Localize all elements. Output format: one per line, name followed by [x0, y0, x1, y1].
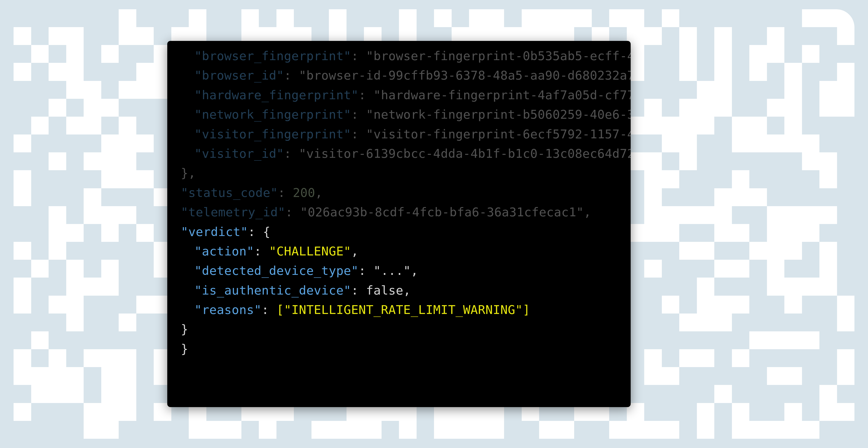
json-colon: : [359, 88, 373, 102]
line-visitor-fingerprint: "visitor_fingerprint": "visitor-fingerpr… [167, 125, 631, 144]
line-reasons: "reasons": ["INTELLIGENT_RATE_LIMIT_WARN… [167, 300, 631, 320]
json-key: "visitor_id" [194, 147, 284, 161]
json-value: "hardware-fingerprint-4af7a05d-cf77-4f [373, 88, 631, 102]
json-key: "reasons" [194, 303, 261, 317]
json-comma: , [411, 263, 418, 278]
line-browser-id: "browser_id": "browser-id-99cffb93-6378-… [167, 66, 631, 85]
json-colon: : [254, 244, 269, 258]
json-colon: : [261, 303, 276, 317]
json-value: ["INTELLIGENT_RATE_LIMIT_WARNING"] [276, 303, 530, 317]
json-key: "is_authentic_device" [194, 283, 351, 297]
json-value: "browser-id-99cffb93-6378-48a5-aa90-d680… [299, 68, 631, 83]
line-status-code: "status_code": 200, [167, 183, 631, 202]
json-comma: , [351, 244, 359, 258]
json-value: "visitor-fingerprint-6ecf5792-1157-41ad [366, 127, 631, 141]
json-colon: : [278, 186, 293, 200]
json-key: "visitor_fingerprint" [194, 127, 351, 141]
line-action: "action": "CHALLENGE", [167, 242, 631, 261]
pixel-container: "browser_fingerprint": "browser-fingerpr… [13, 9, 855, 439]
json-value: 200 [293, 186, 315, 200]
json-colon: : [359, 263, 373, 278]
json-key: "hardware_fingerprint" [194, 88, 359, 102]
code-panel: "browser_fingerprint": "browser-fingerpr… [167, 41, 631, 407]
json-colon: : [351, 49, 366, 63]
json-key: "verdict" [181, 225, 248, 239]
json-value: "network-fingerprint-b5060259-40e6-3f29 [366, 107, 631, 122]
json-value: "browser-fingerprint-0b535ab5-ecff-4bc9 [366, 49, 631, 63]
json-brace: { [263, 225, 270, 239]
json-colon: : [248, 225, 263, 239]
json-key: "status_code" [181, 186, 278, 200]
json-brace: } [181, 322, 188, 337]
json-value: "026ac93b-8cdf-4fcb-bfa6-36a31cfecac1" [300, 205, 584, 219]
json-brace: }, [181, 166, 196, 180]
json-value: false [366, 283, 403, 297]
json-value: "CHALLENGE" [269, 244, 351, 258]
json-colon: : [351, 127, 366, 141]
json-key: "browser_fingerprint" [194, 49, 351, 63]
line-network-fingerprint: "network_fingerprint": "network-fingerpr… [167, 105, 631, 124]
line-visitor-id: "visitor_id": "visitor-6139cbcc-4dda-4b1… [167, 144, 631, 163]
line-verdict-close: } [167, 320, 631, 339]
json-value: "visitor-6139cbcc-4dda-4b1f-b1c0-13c08ec… [299, 147, 631, 161]
json-comma: , [584, 205, 591, 219]
json-key: "action" [194, 244, 254, 258]
json-comma: , [403, 283, 411, 297]
line-verdict: "verdict": { [167, 222, 631, 242]
json-key: "browser_id" [194, 68, 284, 83]
line-is-authentic-device: "is_authentic_device": false, [167, 281, 631, 300]
json-key: "network_fingerprint" [194, 107, 351, 122]
json-value: "..." [373, 263, 411, 278]
json-key: "telemetry_id" [181, 205, 285, 219]
line-close-brace: }, [167, 163, 631, 183]
json-colon: : [285, 205, 300, 219]
json-colon: : [351, 107, 366, 122]
line-root-close: } [167, 339, 631, 359]
json-key: "detected_device_type" [194, 263, 359, 278]
json-brace: } [181, 342, 188, 356]
line-telemetry-id: "telemetry_id": "026ac93b-8cdf-4fcb-bfa6… [167, 202, 631, 222]
json-colon: : [284, 68, 299, 83]
line-hardware-fingerprint: "hardware_fingerprint": "hardware-finger… [167, 86, 631, 105]
json-colon: : [284, 147, 299, 161]
line-detected-device-type: "detected_device_type": "...", [167, 261, 631, 281]
line-browser-fingerprint: "browser_fingerprint": "browser-fingerpr… [167, 46, 631, 66]
json-comma: , [315, 186, 322, 200]
json-colon: : [351, 283, 366, 297]
